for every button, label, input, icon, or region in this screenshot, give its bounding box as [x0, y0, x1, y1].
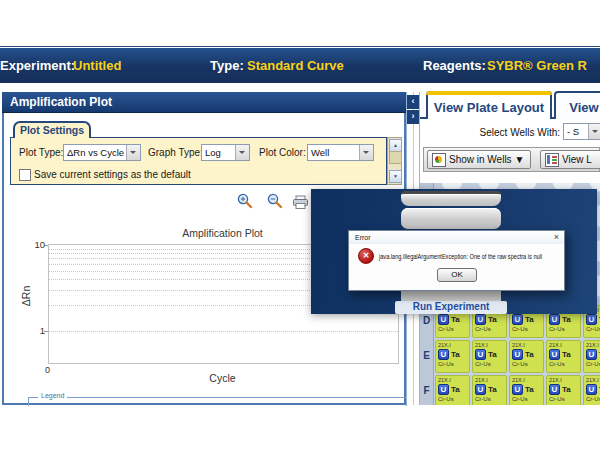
well-bottom-text: Cr-Us — [547, 396, 580, 403]
wells-plate-icon — [432, 153, 446, 167]
unknown-sample-icon: U — [586, 349, 597, 360]
graph-type-select[interactable]: Log — [201, 144, 250, 161]
plate-well[interactable]: 21X.IUTaCr-Us — [509, 340, 544, 373]
plate-well[interactable]: 21X.IUTaCr-Us — [435, 340, 470, 373]
expand-right-icon[interactable]: › — [407, 110, 419, 124]
chevron-down-icon — [588, 124, 600, 139]
plot-type-label: Plot Type: — [19, 147, 63, 158]
plate-well[interactable]: 21X.IUTaCr-Us — [583, 375, 600, 405]
plate-well[interactable]: 21X.IUTaCr-Us — [546, 340, 581, 373]
plot-type-select[interactable]: ΔRn vs Cycle — [63, 144, 141, 161]
save-default-checkbox[interactable] — [19, 169, 31, 181]
well-target: Ta — [451, 385, 460, 394]
tab-view-well-table[interactable]: View — [554, 91, 600, 119]
app-window: Experiment: Untitled Type: Standard Curv… — [0, 0, 600, 450]
type-value: Standard Curve — [247, 58, 344, 73]
well-sample-name: 21X.I — [510, 376, 543, 383]
error-dialog-titlebar[interactable] — [349, 231, 564, 244]
scrollbar-thumb[interactable] — [389, 151, 402, 164]
unknown-sample-icon: U — [438, 349, 449, 360]
close-icon[interactable]: × — [554, 233, 559, 242]
print-icon[interactable] — [292, 195, 310, 213]
show-in-wells-button[interactable]: Show in Wells ▼ — [427, 150, 531, 169]
well-bottom-text: Cr-Us — [436, 396, 469, 403]
well-bottom-text: Cr-Us — [473, 326, 506, 333]
well-target: Ta — [562, 385, 571, 394]
plate-well[interactable]: 21X.IUTaCr-Us — [583, 340, 600, 373]
well-bottom-text: Cr-Us — [547, 326, 580, 333]
well-bottom-text: Cr-Us — [510, 361, 543, 368]
well-bottom-text: Cr-Us — [510, 396, 543, 403]
unknown-sample-icon: U — [512, 384, 523, 395]
well-target: Ta — [562, 315, 571, 324]
zoom-out-icon[interactable] — [266, 192, 284, 210]
tab-plot-settings[interactable]: Plot Settings — [13, 121, 91, 138]
tab-view-plate-layout[interactable]: View Plate Layout — [426, 91, 552, 119]
well-sample-name: 21X.I — [436, 341, 469, 348]
unknown-sample-icon: U — [549, 349, 560, 360]
experiment-label: Experiment: — [0, 58, 75, 73]
scroll-down-icon[interactable]: ▼ — [389, 170, 402, 183]
well-bottom-text: Cr-Us — [584, 396, 600, 403]
instrument-graphic-top — [401, 191, 501, 206]
well-target: Ta — [488, 315, 497, 324]
run-experiment-label: Run Experiment — [395, 301, 507, 314]
zoom-in-icon[interactable] — [236, 192, 254, 210]
plate-row-label: F — [420, 385, 433, 396]
x-axis-label: Cycle — [48, 372, 397, 384]
amplification-plot-panel-title: Amplification Plot — [2, 92, 406, 113]
ok-button[interactable]: OK — [437, 268, 477, 282]
plot-color-label: Plot Color: — [259, 147, 306, 158]
gridline — [49, 331, 398, 332]
type-label: Type: — [210, 58, 244, 73]
plate-well[interactable]: 21X.IUTaCr-Us — [472, 340, 507, 373]
view-legend-label: View L — [562, 154, 592, 165]
well-bottom-text: Cr-Us — [473, 396, 506, 403]
well-sample-name: 21X.I — [547, 376, 580, 383]
plot-type-value: ΔRn vs Cycle — [64, 147, 126, 158]
unknown-sample-icon: U — [475, 384, 486, 395]
select-wells-dropdown[interactable]: - S — [563, 123, 600, 140]
plate-row-label: E — [420, 350, 433, 361]
plot-settings-panel: Plot Type: ΔRn vs Cycle Graph Type: Log … — [10, 137, 387, 185]
chevron-down-icon — [359, 145, 373, 160]
legend-label: Legend — [38, 392, 67, 399]
reagents-label: Reagents: — [423, 58, 486, 73]
show-in-wells-label: Show in Wells ▼ — [449, 154, 524, 165]
unknown-sample-icon: U — [512, 349, 523, 360]
well-bottom-text: Cr-Us — [510, 326, 543, 333]
experiment-value: Untitled — [73, 58, 121, 73]
plate-well[interactable]: 21X.IUTaCr-Us — [472, 375, 507, 405]
well-sample-name: 21X.I — [510, 341, 543, 348]
well-target: Ta — [525, 315, 534, 324]
plot-color-select[interactable]: Well — [307, 144, 374, 161]
save-default-label: Save current settings as the default — [34, 169, 191, 180]
instrument-graphic-middle — [401, 208, 501, 229]
well-sample-name: 21X.I — [436, 376, 469, 383]
plate-well[interactable]: 21X.IUTaCr-Us — [435, 375, 470, 405]
unknown-sample-icon: U — [438, 314, 449, 325]
plate-well[interactable]: 21X.IUTaCr-Us — [546, 375, 581, 405]
reagents-value: SYBR® Green R — [487, 58, 587, 73]
legend-table-icon — [545, 153, 559, 167]
well-sample-name: 21X.I — [473, 376, 506, 383]
error-icon: ✕ — [358, 248, 374, 264]
plot-settings-scrollbar[interactable]: ▲ ▼ — [387, 137, 402, 185]
well-sample-name: 21X.I — [584, 341, 600, 348]
experiment-header-bar: Experiment: Untitled Type: Standard Curv… — [0, 48, 600, 83]
plate-well[interactable]: 21X.IUTaCr-Us — [509, 375, 544, 405]
well-target: Ta — [451, 350, 460, 359]
view-legend-button[interactable]: View L — [540, 150, 600, 169]
chevron-down-icon — [235, 145, 249, 160]
collapse-left-icon[interactable]: ‹ — [407, 95, 419, 109]
graph-type-label: Graph Type: — [148, 147, 203, 158]
legend-box — [28, 397, 407, 406]
chevron-down-icon — [126, 145, 140, 160]
well-sample-name: 21X.I — [584, 376, 600, 383]
y-axis-tick-10: 10 — [27, 239, 45, 250]
well-target: Ta — [525, 385, 534, 394]
well-target: Ta — [488, 385, 497, 394]
error-message: java.lang.IllegalArgumentException: One … — [379, 253, 526, 260]
well-bottom-text: Cr-Us — [436, 326, 469, 333]
well-bottom-text: Cr-Us — [584, 361, 600, 368]
